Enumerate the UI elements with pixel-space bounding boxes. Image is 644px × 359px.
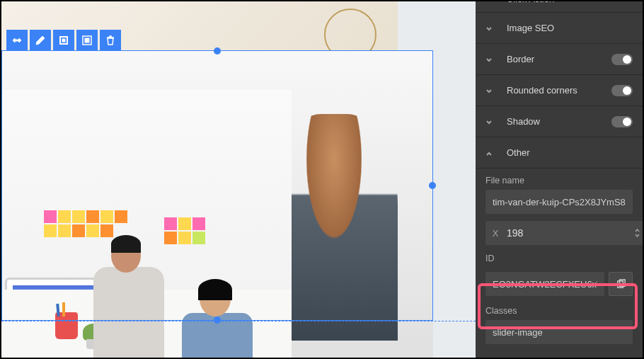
section-label: Rounded corners bbox=[507, 85, 611, 96]
svg-rect-1 bbox=[62, 39, 65, 42]
properties-panel: Click Action Image SEO Border Rounded co… bbox=[476, 1, 643, 359]
classes-label: Classes bbox=[485, 306, 633, 316]
alignment-guide bbox=[1, 321, 476, 321]
chevron-down-icon bbox=[485, 55, 494, 64]
x-position-field[interactable]: X bbox=[485, 221, 643, 245]
editor-canvas[interactable] bbox=[1, 1, 476, 359]
chevron-down-icon bbox=[485, 118, 494, 126]
x-label: X bbox=[485, 228, 505, 239]
id-label: ID bbox=[485, 253, 633, 263]
file-name-input[interactable] bbox=[485, 190, 633, 214]
chevron-down-icon bbox=[485, 1, 494, 4]
classes-input[interactable] bbox=[485, 320, 633, 344]
section-rounded-corners[interactable]: Rounded corners bbox=[476, 75, 643, 106]
delete-button[interactable] bbox=[100, 30, 121, 51]
crop-button[interactable] bbox=[53, 30, 74, 51]
chevron-down-icon bbox=[485, 24, 494, 33]
section-label: Shadow bbox=[507, 116, 611, 127]
section-click-action[interactable]: Click Action bbox=[476, 1, 643, 13]
rounded-corners-toggle[interactable] bbox=[611, 85, 633, 96]
section-image-seo[interactable]: Image SEO bbox=[476, 13, 643, 44]
shadow-toggle[interactable] bbox=[611, 116, 633, 127]
file-name-label: File name bbox=[485, 176, 633, 186]
selected-image[interactable] bbox=[1, 90, 292, 359]
replace-image-button[interactable] bbox=[6, 30, 28, 51]
frame-button[interactable] bbox=[76, 30, 98, 51]
copy-id-button[interactable] bbox=[609, 272, 633, 296]
section-other[interactable]: Other bbox=[476, 137, 643, 169]
floating-toolbar bbox=[6, 30, 121, 51]
section-label: Click Action bbox=[507, 1, 633, 4]
section-border[interactable]: Border bbox=[476, 44, 643, 75]
svg-rect-3 bbox=[85, 38, 89, 42]
border-toggle[interactable] bbox=[611, 54, 633, 65]
id-input[interactable] bbox=[485, 272, 604, 296]
section-label: Image SEO bbox=[507, 23, 633, 33]
edit-button[interactable] bbox=[30, 30, 51, 51]
section-label: Border bbox=[507, 54, 611, 64]
section-label: Other bbox=[507, 147, 633, 158]
section-shadow[interactable]: Shadow bbox=[476, 106, 643, 137]
x-input[interactable] bbox=[505, 227, 632, 239]
chevron-down-icon bbox=[485, 86, 494, 95]
chevron-up-icon bbox=[485, 149, 494, 157]
x-spinner[interactable] bbox=[632, 228, 642, 238]
